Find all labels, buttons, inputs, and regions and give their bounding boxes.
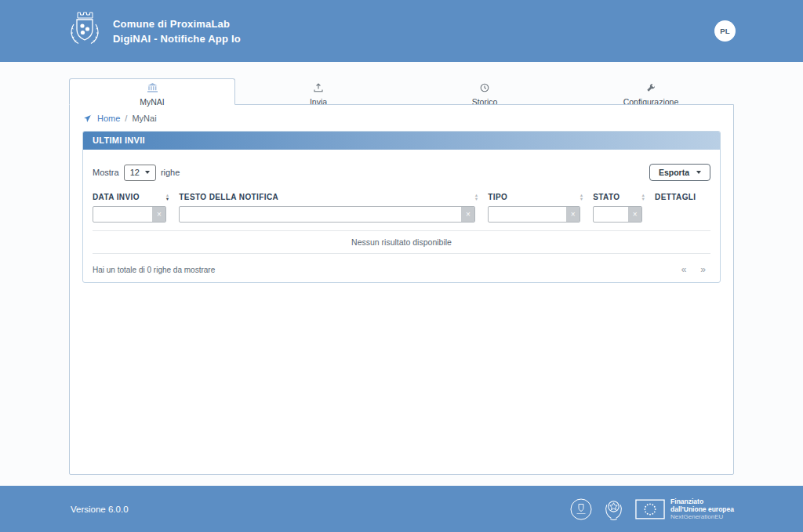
column-header-dettagli: DETTAGLI [655,193,710,201]
eu-flag-icon [635,499,665,519]
filter-testo: × [179,206,475,223]
bank-icon [70,83,234,94]
chevron-down-icon [696,171,701,174]
wrench-icon [569,83,733,94]
upload-icon [236,83,401,94]
user-avatar[interactable]: PL [714,20,736,42]
eu-funding-block: Finanziato dall'Unione europea NextGener… [635,498,734,520]
column-header-tipo: TIPO ▲▼ [488,193,593,201]
filter-stato: × [593,206,642,223]
results-summary: Hai un totale di 0 righe da mostrare [93,266,215,274]
filter-tipo: × [488,206,580,223]
sort-toggle-tipo[interactable]: ▲▼ [580,194,583,201]
breadcrumb: Home / MyNai [82,114,721,123]
version-label: Versione 6.0.0 [71,505,129,514]
rows-per-page-group: Mostra 12 righe [93,165,180,181]
italian-republic-emblem-icon [603,497,624,521]
tab-label: MyNAI [140,97,165,107]
column-header-data-invio: DATA INVIO ▲▼ [93,193,179,201]
app-footer: Versione 6.0.0 [0,486,803,532]
card-title: ULTIMI INVII [83,132,720,150]
pagination-prev-button[interactable]: « [681,265,687,274]
tab-bar: MyNAI Invia Storico [69,78,734,105]
sort-toggle-data-invio[interactable]: ▲▼ [165,194,169,201]
rows-suffix-label: righe [161,168,180,177]
table-header-row: DATA INVIO ▲▼ TESTO DELLA NOTIFICA ▲▼ TI… [93,193,710,201]
card-body: Mostra 12 righe Esporta [83,150,720,282]
sort-toggle-testo[interactable]: ▲▼ [474,194,478,201]
eu-funding-line2: dall'Unione europea [670,505,734,513]
chevron-down-icon [145,171,150,174]
clear-filter-icon[interactable]: × [152,207,165,222]
clear-filter-icon[interactable]: × [628,207,641,222]
history-icon [402,83,567,94]
rows-select-value: 12 [130,168,140,177]
app-name: DigiNAI - Notifiche App Io [113,33,241,45]
results-table: DATA INVIO ▲▼ TESTO DELLA NOTIFICA ▲▼ TI… [93,193,710,254]
table-filters-row: × × × × [93,206,710,231]
page: Comune di ProximaLab DigiNAI - Notifiche… [0,0,803,532]
main-content: MyNAI Invia Storico [0,62,803,486]
ultimi-invii-card: ULTIMI INVII Mostra 12 righe Esport [82,131,721,283]
rows-prefix-label: Mostra [93,168,119,177]
sort-toggle-stato[interactable]: ▲▼ [641,194,645,201]
clear-filter-icon[interactable]: × [461,207,474,222]
header-titles: Comune di ProximaLab DigiNAI - Notifiche… [113,18,241,45]
column-header-testo: TESTO DELLA NOTIFICA ▲▼ [179,193,488,201]
empty-state-message: Nessun risultato disponibile [93,231,710,254]
breadcrumb-home-link[interactable]: Home [97,114,120,123]
table-footer: Hai un totale di 0 righe da mostrare « » [93,265,710,274]
tab-storico[interactable]: Storico [402,78,568,105]
tab-invia[interactable]: Invia [235,78,402,105]
eu-funding-line3: NextGenerationEU [670,513,734,520]
filter-input-testo[interactable] [179,206,475,223]
breadcrumb-separator: / [125,114,127,123]
column-header-stato: STATO ▲▼ [593,193,655,201]
table-controls: Mostra 12 righe Esporta [93,164,710,181]
eu-funding-line1: Finanziato [670,498,734,505]
tab-configurazione[interactable]: Configurazione [568,78,734,105]
rows-per-page-select[interactable]: 12 [124,165,156,181]
export-button-label: Esporta [659,168,689,177]
footer-logos: Finanziato dall'Unione europea NextGener… [570,497,734,521]
eu-funding-text: Finanziato dall'Unione europea NextGener… [670,498,734,520]
proximalab-circle-logo [570,498,592,520]
pagination-next-button[interactable]: » [700,265,706,274]
export-button[interactable]: Esporta [649,164,710,181]
clear-filter-icon[interactable]: × [566,207,580,222]
send-icon [84,114,93,123]
filter-data-invio: × [93,206,166,223]
tab-panel: Home / MyNai ULTIMI INVII Mostra 12 [69,104,734,475]
pagination: « » [681,265,710,274]
app-header: Comune di ProximaLab DigiNAI - Notifiche… [0,0,803,62]
breadcrumb-current: MyNai [132,114,156,123]
org-name: Comune di ProximaLab [113,18,241,30]
tab-mynai[interactable]: MyNAI [69,78,235,105]
municipality-crest-icon [67,10,103,52]
